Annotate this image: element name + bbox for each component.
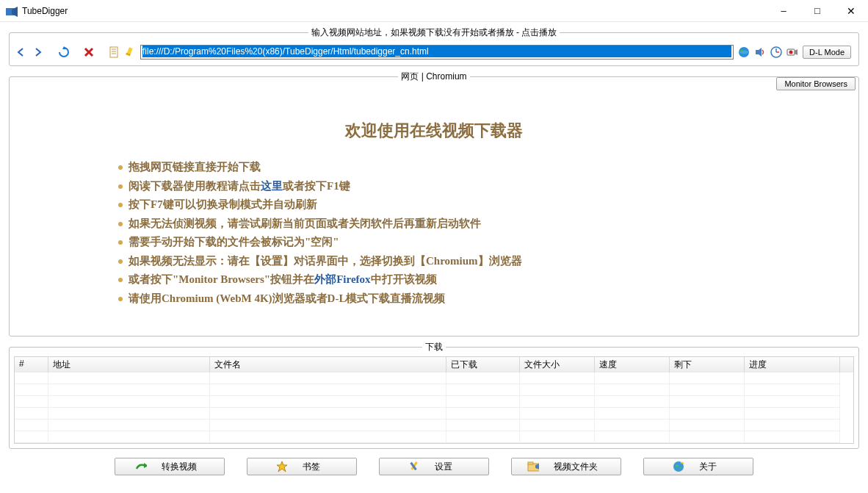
clock-icon[interactable] (770, 46, 782, 58)
maximize-button[interactable]: □ (800, 0, 834, 22)
highlight-icon[interactable] (124, 46, 136, 58)
svg-rect-3 (110, 47, 117, 57)
record-icon[interactable] (786, 46, 798, 58)
tip-text: 拖拽网页链接直接开始下载 (129, 161, 261, 173)
convert-video-button[interactable]: 转换视频 (115, 458, 225, 475)
svg-point-27 (680, 467, 682, 469)
document-icon[interactable] (108, 46, 120, 58)
video-folder-button[interactable]: 视频文件夹 (511, 458, 621, 475)
svg-point-16 (789, 51, 793, 54)
app-icon (6, 5, 18, 17)
tip-text: 阅读下载器使用教程请点击 (129, 180, 261, 192)
svg-rect-7 (127, 47, 132, 54)
back-icon[interactable] (17, 46, 29, 58)
welcome-heading: 欢迎使用在线视频下载器 (10, 120, 858, 142)
column-header[interactable]: # (15, 357, 48, 373)
table-row (15, 396, 853, 408)
world-icon[interactable] (738, 46, 750, 58)
tip-text: 如果视频无法显示：请在【设置】对话界面中，选择切换到【Chromium】浏览器 (129, 255, 522, 267)
tip-text: 或者按下"Monitor Browsers"按钮并在 (129, 273, 314, 285)
table-body (15, 373, 853, 443)
svg-marker-19 (277, 461, 287, 472)
dl-mode-button[interactable]: D-L Mode (803, 46, 851, 59)
button-label: 关于 (699, 461, 717, 473)
folder-icon (527, 461, 539, 472)
downloads-table: #地址文件名已下载文件大小速度剩下进度 (14, 356, 854, 444)
tip-text: 需要手动开始下载的文件会被标记为"空闲" (129, 236, 339, 248)
button-label: 转换视频 (162, 461, 197, 473)
tools-icon (408, 461, 420, 472)
web-section: 网页 | Chromium Monitor Browsers 欢迎使用在线视频下… (9, 71, 859, 337)
forward-icon[interactable] (33, 46, 45, 58)
web-section-legend: 网页 | Chromium (398, 71, 469, 83)
tip-text: 按下F7键可以切换录制模式并自动刷新 (129, 198, 317, 210)
tip-item: 拖拽网页链接直接开始下载 (118, 158, 750, 177)
sound-icon[interactable] (754, 46, 766, 58)
svg-point-26 (676, 465, 679, 467)
column-header[interactable]: 文件大小 (520, 357, 595, 373)
tip-item: 阅读下载器使用教程请点击这里或者按下F1键 (118, 177, 750, 196)
svg-marker-17 (795, 49, 798, 55)
button-label: 设置 (435, 461, 452, 473)
button-label: 视频文件夹 (554, 461, 598, 473)
tip-item: 请使用Chromium (WebM 4K)浏览器或者D-L模式下载直播流视频 (118, 289, 750, 309)
table-header: #地址文件名已下载文件大小速度剩下进度 (15, 357, 853, 373)
bookmarks-button[interactable]: 书签 (247, 458, 357, 475)
tip-link[interactable]: 这里 (261, 180, 283, 192)
window-title: TubeDigger (22, 6, 68, 16)
tip-item: 需要手动开始下载的文件会被标记为"空闲" (118, 233, 750, 252)
svg-marker-18 (144, 463, 147, 468)
url-section: 输入视频网站地址，如果视频下载没有开始或者播放 - 点击播放 file:///D… (9, 26, 859, 66)
table-row (15, 384, 853, 396)
star-icon (276, 461, 288, 472)
column-header[interactable]: 文件名 (210, 357, 446, 373)
refresh-icon[interactable] (58, 46, 70, 58)
web-content: 欢迎使用在线视频下载器 拖拽网页链接直接开始下载阅读下载器使用教程请点击这里或者… (10, 83, 858, 336)
tip-item: 或者按下"Monitor Browsers"按钮并在外部Firefox中打开该视… (118, 270, 750, 289)
downloads-legend: 下载 (422, 341, 446, 353)
tip-text: 中打开该视频 (371, 273, 437, 285)
minimize-button[interactable]: – (767, 0, 800, 22)
tip-item: 按下F7键可以切换录制模式并自动刷新 (118, 195, 750, 215)
tip-item: 如果无法侦测视频，请尝试刷新当前页面或者关闭软件后再重新启动软件 (118, 215, 750, 234)
title-bar: TubeDigger – □ ✕ (0, 0, 868, 22)
tip-text: 或者按下F1键 (283, 180, 350, 192)
tip-link[interactable]: 外部Firefox (314, 273, 370, 285)
button-label: 书签 (303, 461, 320, 473)
column-header[interactable]: 进度 (745, 357, 840, 373)
url-input[interactable]: file:///D:/Program%20Files%20(x86)/TubeD… (140, 45, 734, 60)
url-section-legend: 输入视频网站地址，如果视频下载没有开始或者播放 - 点击播放 (308, 26, 560, 39)
column-header[interactable]: 速度 (595, 357, 670, 373)
tip-item: 如果视频无法显示：请在【设置】对话界面中，选择切换到【Chromium】浏览器 (118, 252, 750, 271)
convert-icon (135, 461, 147, 472)
tip-text: 如果无法侦测视频，请尝试刷新当前页面或者关闭软件后再重新启动软件 (129, 217, 481, 229)
about-button[interactable]: 关于 (643, 458, 753, 475)
svg-point-10 (740, 50, 743, 52)
table-row (15, 373, 853, 384)
column-header[interactable]: 已下载 (446, 357, 520, 373)
monitor-browsers-button[interactable]: Monitor Browsers (776, 77, 856, 90)
globe-icon (673, 461, 684, 472)
svg-rect-23 (528, 462, 533, 464)
table-row (15, 431, 853, 443)
table-row (15, 420, 853, 431)
bottom-toolbar: 转换视频书签设置视频文件夹关于 (9, 453, 859, 477)
column-header[interactable]: 地址 (48, 357, 210, 373)
downloads-section: 下载 #地址文件名已下载文件大小速度剩下进度 (9, 341, 859, 449)
table-row (15, 408, 853, 420)
delete-icon[interactable] (83, 46, 95, 58)
svg-marker-11 (756, 48, 762, 57)
tip-text: 请使用Chromium (WebM 4K)浏览器或者D-L模式下载直播流视频 (129, 292, 445, 304)
settings-button[interactable]: 设置 (379, 458, 489, 475)
column-header[interactable]: 剩下 (670, 357, 745, 373)
close-button[interactable]: ✕ (834, 0, 868, 22)
